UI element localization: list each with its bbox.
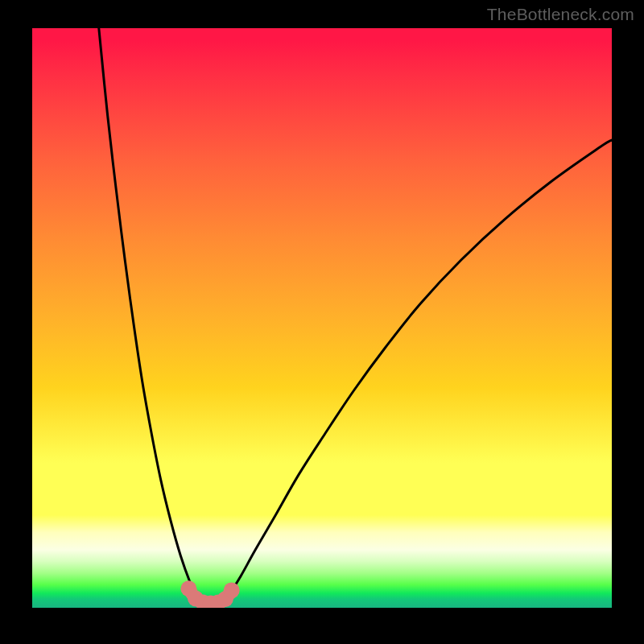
watermark-text: TheBottleneck.com <box>487 5 634 24</box>
chart-frame: TheBottleneck.com <box>0 0 644 644</box>
curve-layer <box>32 28 612 608</box>
bottom-arc <box>180 580 239 608</box>
curve-left <box>99 28 196 594</box>
plot-area <box>32 28 612 608</box>
svg-point-6 <box>224 582 240 598</box>
curve-right <box>229 140 612 594</box>
